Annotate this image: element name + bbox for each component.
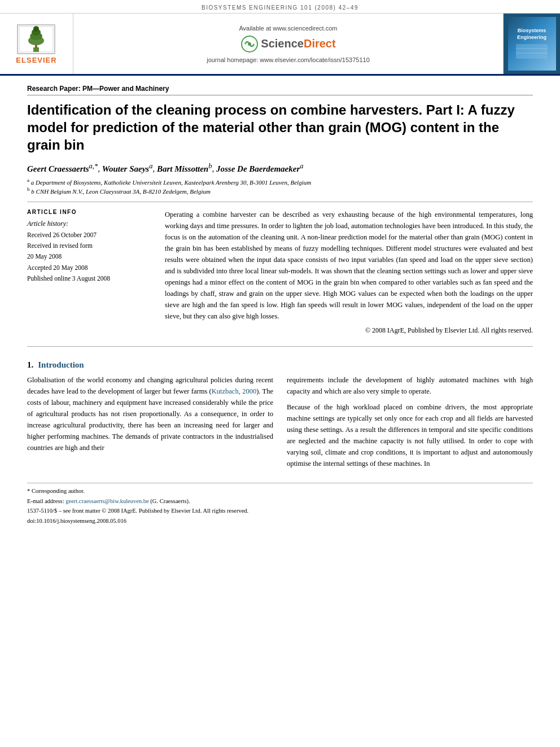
elsevier-logo: ELSEVIER [16, 24, 56, 64]
elsevier-logo-block: ELSEVIER [0, 14, 73, 74]
article-info-col: ARTICLE INFO Article history: Received 2… [27, 209, 151, 335]
article-info-abstract: ARTICLE INFO Article history: Received 2… [27, 209, 533, 335]
header-block: ELSEVIER Available at www.sciencedirect.… [0, 14, 560, 76]
intro-right-text-1: requirements include the development of … [287, 374, 533, 397]
sciencedirect-icon [240, 35, 259, 53]
svg-rect-10 [516, 44, 548, 59]
footnote-issn: 1537-5110/$ – see front matter © 2008 IA… [27, 506, 533, 516]
sciencedirect-text: ScienceDirect [261, 37, 335, 50]
copyright: © 2008 IAgrE, Published by Elsevier Ltd.… [165, 326, 533, 335]
author-josse: Josse De Baerdemaekera [216, 164, 304, 173]
available-text: Available at www.sciencedirect.com [239, 25, 337, 32]
journal-cover: Biosystems Engineering [508, 17, 556, 71]
affiliation-a: a a Department of Biosystems, Katholieke… [27, 177, 533, 186]
abstract-col: Operating a combine harvester can be des… [165, 209, 533, 335]
svg-point-5 [33, 26, 39, 32]
journal-bar-text: BIOSYSTEMS ENGINEERING 101 (2008) 42–49 [202, 5, 358, 11]
sciencedirect-logo: ScienceDirect [240, 35, 335, 53]
section-body: Globalisation of the world economy and c… [27, 374, 533, 474]
header-center: Available at www.sciencedirect.com Scien… [73, 14, 504, 74]
divider-2 [27, 346, 533, 347]
cover-title-line1: Biosystems Engineering [517, 28, 546, 41]
kutzbach-ref: Kutzbach, 2000 [212, 387, 256, 395]
author-bart: Bart Missottenb, [157, 164, 216, 173]
footnote-area: * Corresponding author. E-mail address: … [27, 483, 533, 526]
intro-right-col: requirements include the development of … [287, 374, 533, 474]
divider-1 [27, 202, 533, 202]
elsevier-tree-icon [16, 24, 56, 55]
intro-left-col: Globalisation of the world economy and c… [27, 374, 273, 474]
section-number: 1. [27, 360, 33, 370]
received-date: Received 26 October 2007 [27, 230, 151, 240]
history-label: Article history: [27, 220, 151, 228]
main-content: Research Paper: PM—Power and Machinery I… [0, 76, 560, 538]
author-email[interactable]: geert.craessaerts@biw.kuleuven.be [65, 498, 148, 504]
email-suffix: (G. Craessaerts). [150, 498, 190, 504]
elsevier-name: ELSEVIER [16, 56, 56, 64]
introduction-section: 1. Introduction Globalisation of the wor… [27, 360, 533, 474]
authors: Geert Craessaertsa,*, Wouter Saeysa, Bar… [27, 162, 533, 174]
email-label: E-mail address: [27, 498, 64, 504]
section-label: Introduction [38, 360, 84, 370]
article-title: Identification of the cleaning process o… [27, 101, 533, 154]
section-title: 1. Introduction [27, 360, 533, 370]
footnote-corresponding: * Corresponding author. [27, 487, 533, 496]
published-date: Published online 3 August 2008 [27, 274, 151, 283]
cover-decoration-icon [515, 43, 549, 60]
journal-cover-block: Biosystems Engineering [504, 14, 560, 74]
research-paper-label: Research Paper: PM—Power and Machinery [27, 85, 533, 95]
received-revised-label: Received in revised form [27, 241, 151, 251]
svg-point-9 [248, 42, 251, 46]
affiliation-b: b b CNH Belgium N.V., Leon Claeysstraat … [27, 186, 533, 195]
author-geert: Geert Craessaertsa,*, [27, 164, 102, 173]
intro-right-text-2: Because of the high workload placed on c… [287, 401, 533, 469]
journal-homepage: journal homepage: www.elsevier.com/locat… [207, 56, 370, 63]
author-wouter: Wouter Saeysa, [102, 164, 157, 173]
journal-bar: BIOSYSTEMS ENGINEERING 101 (2008) 42–49 [0, 0, 560, 14]
abstract-text: Operating a combine harvester can be des… [165, 209, 533, 322]
received-revised-date: 20 May 2008 [27, 252, 151, 261]
intro-left-text: Globalisation of the world economy and c… [27, 374, 273, 453]
page: BIOSYSTEMS ENGINEERING 101 (2008) 42–49 [0, 0, 560, 747]
article-info-header: ARTICLE INFO [27, 209, 151, 215]
footnote-doi: doi:10.1016/j.biosystemseng.2008.05.016 [27, 517, 533, 526]
footnote-email: E-mail address: geert.craessaerts@biw.ku… [27, 497, 533, 506]
accepted-date: Accepted 20 May 2008 [27, 263, 151, 273]
